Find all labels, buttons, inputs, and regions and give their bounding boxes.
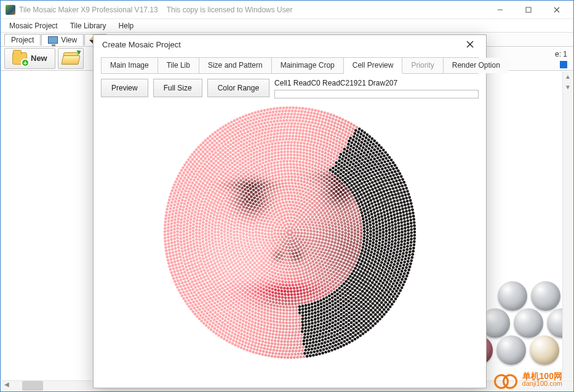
scroll-up-icon[interactable]: ▲ xyxy=(563,71,573,82)
tab-main-image[interactable]: Main Image xyxy=(102,58,158,73)
arrow-icon xyxy=(76,49,82,55)
minimize-button[interactable] xyxy=(486,1,514,18)
status-text: Cell1 ReadC0 ReadC21921 Draw207 xyxy=(274,79,479,87)
frame-count: e: 1 xyxy=(555,50,567,58)
tab-cell-preview[interactable]: Cell Preview xyxy=(344,58,403,74)
tab-size-and-pattern[interactable]: Size and Pattern xyxy=(199,58,272,73)
app-title: Tile Mosaic Maker X9 Professional V17.13 xyxy=(19,6,158,14)
progress-bar xyxy=(274,90,479,98)
glasses-icon xyxy=(494,373,517,386)
watermark-line1: 单机100网 xyxy=(522,371,562,381)
menubar: Mosaic Project Tile Library Help xyxy=(1,19,573,33)
tool-tab-view[interactable]: View xyxy=(41,34,84,46)
vertical-scrollbar[interactable]: ▲ ▼ xyxy=(562,71,573,380)
plus-badge-icon: + xyxy=(21,58,30,67)
color-swatch[interactable] xyxy=(560,61,567,68)
dialog-title: Create Mosaic Project xyxy=(102,40,181,49)
dialog-titlebar: Create Mosaic Project xyxy=(94,35,486,54)
mosaic-preview xyxy=(101,103,479,383)
tab-priority[interactable]: Priority xyxy=(402,58,443,73)
watermark-line2: danji100.com xyxy=(522,380,562,388)
menu-mosaic-project[interactable]: Mosaic Project xyxy=(4,21,63,31)
tool-tab-label: View xyxy=(61,36,77,44)
full-size-button[interactable]: Full Size xyxy=(153,79,202,97)
scroll-down-icon[interactable]: ▼ xyxy=(563,82,573,92)
svg-rect-1 xyxy=(526,7,531,12)
tab-mainimage-crop[interactable]: Mainimage Crop xyxy=(272,58,344,73)
menu-help[interactable]: Help xyxy=(114,21,139,31)
dialog-close-button[interactable] xyxy=(459,36,481,53)
license-note: This copy is licensed to Windows User xyxy=(167,6,293,14)
folder-new-icon: + xyxy=(12,52,27,65)
new-project-button[interactable]: + New xyxy=(4,48,55,69)
create-mosaic-dialog: Create Mosaic Project Main Image Tile Li… xyxy=(93,34,487,388)
tool-tab-project[interactable]: Project xyxy=(4,34,41,46)
main-window: Tile Mosaic Maker X9 Professional V17.13… xyxy=(0,0,574,392)
close-icon xyxy=(466,41,474,48)
maximize-icon xyxy=(525,7,532,13)
app-icon xyxy=(6,5,15,15)
folder-open-icon xyxy=(63,52,78,65)
tool-tab-label: Project xyxy=(11,36,34,44)
menu-tile-library[interactable]: Tile Library xyxy=(65,21,111,31)
dialog-tabs: Main Image Tile Lib Size and Pattern Mai… xyxy=(101,57,479,74)
open-project-button[interactable] xyxy=(58,48,84,69)
color-range-button[interactable]: Color Range xyxy=(207,79,269,97)
preview-button[interactable]: Preview xyxy=(101,79,148,97)
maximize-button[interactable] xyxy=(514,1,543,18)
titlebar: Tile Mosaic Maker X9 Professional V17.13… xyxy=(1,1,573,19)
watermark-logo: 单机100网 danji100.com xyxy=(494,372,562,388)
mosaic-canvas xyxy=(161,103,419,362)
scroll-left-icon[interactable]: ◀ xyxy=(1,381,12,391)
status-block: Cell1 ReadC0 ReadC21921 Draw207 xyxy=(274,79,479,98)
close-button[interactable] xyxy=(543,1,571,18)
tab-render-option[interactable]: Render Option xyxy=(444,58,509,73)
tab-tile-lib[interactable]: Tile Lib xyxy=(158,58,199,73)
minimize-icon xyxy=(497,7,503,13)
button-label: New xyxy=(31,54,47,63)
close-icon xyxy=(554,7,560,13)
scroll-thumb[interactable] xyxy=(22,381,43,391)
monitor-icon xyxy=(48,36,58,44)
